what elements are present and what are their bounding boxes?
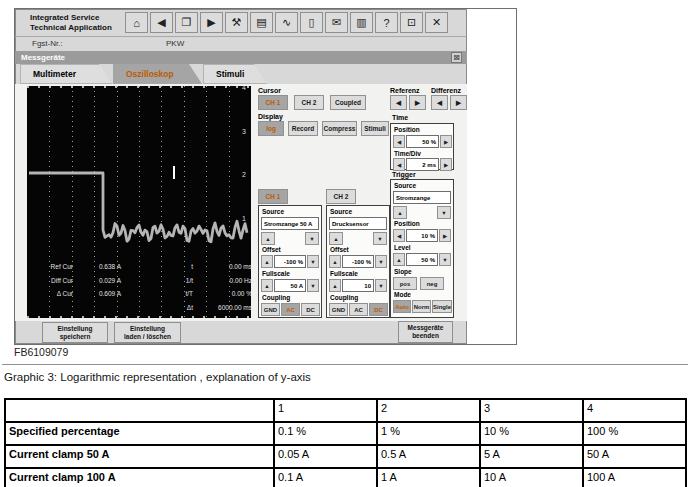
panel-close-button[interactable]: ⊠ (451, 52, 462, 63)
panel-title: Messgeräte (21, 53, 65, 62)
tools-icon-button[interactable]: ⚒ (225, 12, 248, 33)
ch1-source-label: Source (262, 208, 284, 215)
ch1-fullscale-down-button[interactable]: ▼ (307, 279, 319, 292)
referenz-left-button[interactable]: ◀ (390, 95, 407, 110)
ch2-coupling-gnd-button[interactable]: GND (329, 303, 348, 316)
ch2-coupling-dc-button[interactable]: DC (369, 303, 388, 316)
scope-y-axis-label: 3 (242, 128, 246, 135)
ch1-source-value: Stromzange 50 A (261, 217, 319, 230)
header-cell: 4 (583, 399, 686, 422)
slope-pos-button[interactable]: pos (393, 277, 417, 290)
display-record-button[interactable]: Record (288, 121, 318, 136)
display-stimuli-button[interactable]: Stimuli (361, 121, 389, 136)
figure-caption: Graphic 3: Logarithmic representation , … (4, 371, 311, 383)
trigger-source-down-button[interactable]: ▼ (437, 206, 451, 219)
ch1-coupling-dc-button[interactable]: DC (301, 303, 320, 316)
trigger-level-down-button[interactable]: ▼ (439, 253, 451, 266)
trigger-source-up-button[interactable]: ▲ (393, 206, 407, 219)
toolbar: ⌂◀❐▶⚒▤∿▯✉▥?⊡✕ (125, 12, 448, 33)
table-cell: 100 A (583, 468, 686, 487)
table-cell: 100 % (583, 422, 686, 445)
ch1-coupling-gnd-button[interactable]: GND (261, 303, 280, 316)
cursor-coupled-button[interactable]: Coupled (330, 95, 366, 110)
time-position-right-button[interactable]: ▶ (440, 135, 452, 148)
slope-neg-button[interactable]: neg (420, 277, 444, 290)
printer-icon-button[interactable]: ▥ (350, 12, 373, 33)
titlebar-separator (15, 36, 466, 37)
ch1-source-up-button[interactable]: ▲ (261, 232, 275, 245)
timediv-left-button[interactable]: ◀ (393, 158, 405, 171)
ch2-offset-down-button[interactable]: ▼ (375, 255, 387, 268)
ch2-tab-button[interactable]: CH 2 (326, 189, 356, 204)
trigger-position-value: 10 % (406, 229, 438, 242)
exit-measuring-button[interactable]: Messgeräte beenden (398, 321, 453, 343)
row-label: Current clamp 100 A (5, 468, 274, 487)
cursor-ch1-button[interactable]: CH 1 (258, 95, 288, 110)
help-icon-button[interactable]: ? (375, 12, 398, 33)
ch1-group: Source Stromzange 50 A ▲ ▼ Offset ▲ -100… (258, 205, 322, 318)
differenz-right-button[interactable]: ▶ (450, 95, 467, 110)
close-icon-button[interactable]: ✕ (425, 12, 448, 33)
ch2-offset-up-button[interactable]: ▲ (329, 255, 341, 268)
ch1-source-down-button[interactable]: ▼ (305, 232, 319, 245)
ch2-fullscale-label: Fullscale (330, 270, 358, 277)
cursor-button-row: CH 1 CH 2 Coupled (258, 95, 366, 110)
differenz-left-button[interactable]: ◀ (431, 95, 448, 110)
ch2-fullscale-up-button[interactable]: ▲ (329, 279, 341, 292)
header-cell (5, 399, 274, 422)
forward-icon-button[interactable]: ▶ (200, 12, 223, 33)
ch1-offset-up-button[interactable]: ▲ (261, 255, 273, 268)
time-label: Time (392, 114, 408, 121)
table-cell: 1 A (377, 468, 480, 487)
mode-auto-button[interactable]: Auto (393, 300, 411, 313)
home-icon-button[interactable]: ⌂ (125, 12, 148, 33)
trigger-level-up-button[interactable]: ▲ (393, 253, 405, 266)
trigger-slope-label: Slope (394, 268, 412, 275)
ch1-coupling-label: Coupling (262, 294, 290, 301)
window-icon-button[interactable]: ⊡ (400, 12, 423, 33)
load-settings-button[interactable]: Einstellung laden / löschen (114, 322, 181, 343)
time-position-left-button[interactable]: ◀ (393, 135, 405, 148)
trigger-position-left-button[interactable]: ◀ (393, 229, 405, 242)
ch1-fullscale-up-button[interactable]: ▲ (261, 279, 273, 292)
display-compress-button[interactable]: Compress (322, 121, 357, 136)
ch2-coupling-ac-button[interactable]: AC (349, 303, 368, 316)
documents-icon-button[interactable]: ❐ (175, 12, 198, 33)
scope-readout: 1/t0.00 Hz (155, 277, 251, 284)
panel-titlebar (15, 51, 467, 64)
mail-icon-button[interactable]: ✉ (325, 12, 348, 33)
table-cell: 50 A (583, 445, 686, 468)
ch2-offset-label: Offset (330, 246, 349, 253)
ch2-source-up-button[interactable]: ▲ (329, 232, 343, 245)
mode-norm-button[interactable]: Norm (412, 300, 431, 313)
ch1-fullscale-value: 50 A (274, 279, 306, 292)
display-icon-button[interactable]: ▤ (250, 12, 273, 33)
battery-icon-button[interactable]: ▯ (300, 12, 323, 33)
display-log-button[interactable]: log (258, 121, 284, 136)
back-icon-button[interactable]: ◀ (150, 12, 173, 33)
ch2-source-down-button[interactable]: ▼ (373, 232, 387, 245)
ch1-coupling-ac-button[interactable]: AC (281, 303, 300, 316)
ch2-fullscale-down-button[interactable]: ▼ (375, 279, 387, 292)
tab-multimeter[interactable]: Multimeter (20, 64, 112, 84)
mode-single-button[interactable]: Single (432, 300, 452, 313)
cursor-ch2-button[interactable]: CH 2 (294, 95, 324, 110)
timediv-right-button[interactable]: ▶ (440, 158, 452, 171)
fgst-label: Fgst-Nr.: (32, 39, 63, 48)
ch1-tab-button[interactable]: CH 1 (258, 189, 288, 204)
tab-oszilloskop[interactable]: Oszilloskop (113, 64, 202, 84)
ch2-coupling-row: GND AC DC (329, 303, 388, 316)
differenz-label: Differenz (431, 87, 461, 94)
timediv-value: 2 ms (406, 158, 439, 171)
trigger-source-label: Source (394, 182, 416, 189)
time-position-label: Position (394, 126, 420, 133)
cable-icon-button[interactable]: ∿ (275, 12, 298, 33)
ch1-offset-down-button[interactable]: ▼ (307, 255, 319, 268)
ch1-coupling-row: GND AC DC (261, 303, 320, 316)
referenz-right-button[interactable]: ▶ (409, 95, 426, 110)
trigger-level-label: Level (394, 244, 411, 251)
timediv-label: Time/Div (394, 150, 421, 157)
save-settings-button[interactable]: Einstellung speichern (42, 322, 108, 343)
trigger-position-right-button[interactable]: ▶ (439, 229, 451, 242)
trigger-slope-row: pos neg (393, 277, 444, 290)
